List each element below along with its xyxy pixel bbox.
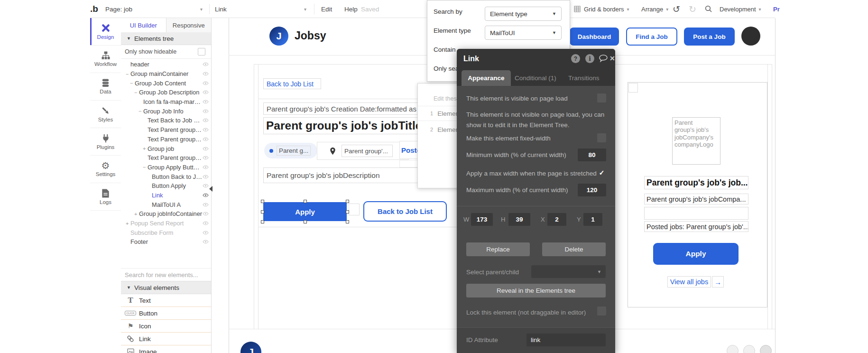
eye-icon[interactable] — [203, 109, 209, 113]
tree-row[interactable]: Button Apply — [121, 181, 211, 191]
back-to-job-list-button[interactable]: Back to Job List — [363, 201, 447, 222]
property-editor[interactable]: Link ? i ✕ Appearance Conditional (1) Tr… — [457, 49, 615, 353]
post-a-job-button[interactable]: Post a Job — [684, 28, 735, 46]
tab-appearance[interactable]: Appearance — [462, 70, 511, 86]
tree-row[interactable]: Footer — [121, 237, 211, 247]
w-input[interactable]: 173 — [471, 213, 493, 226]
card-empty-box[interactable] — [644, 207, 748, 220]
rail-item-styles[interactable]: Styles — [90, 101, 121, 128]
job-info-card[interactable]: Parent group's job's jobCompany's compan… — [628, 82, 767, 307]
tree-row[interactable]: + Popup Send Report — [121, 219, 211, 228]
edit-menu[interactable]: Edit — [321, 0, 332, 18]
palette-item-image[interactable]: Image — [121, 345, 211, 353]
expand-marker[interactable]: − — [126, 71, 130, 77]
eye-icon[interactable] — [203, 156, 209, 160]
expand-marker[interactable]: + — [143, 146, 148, 151]
brand-name[interactable]: Jobsy — [295, 29, 326, 42]
help-icon[interactable]: ? — [571, 54, 580, 63]
palette-item-link[interactable]: Link — [121, 333, 211, 345]
selection-handle[interactable] — [346, 200, 349, 203]
arrow-link[interactable]: → — [712, 276, 724, 288]
redo-icon[interactable] — [689, 0, 696, 18]
selection-handle[interactable] — [261, 200, 264, 203]
bubble-logo[interactable]: .b — [90, 0, 98, 18]
elements-tree-header[interactable]: ▼ Elements tree — [121, 32, 211, 45]
eye-icon[interactable] — [203, 90, 209, 94]
environment-dropdown[interactable]: Development — [720, 0, 761, 18]
palette-item-icon[interactable]: ⚑ Icon — [121, 320, 211, 333]
expand-marker[interactable]: − — [139, 108, 143, 114]
tree-row[interactable]: − Group mainContainer — [121, 69, 211, 79]
tree-row[interactable]: Button Back to Job... — [121, 172, 211, 181]
page-dropdown[interactable]: Page: job — [105, 0, 203, 18]
visible-on-load-checkbox[interactable] — [597, 93, 606, 102]
selection-handle[interactable] — [304, 200, 307, 203]
rail-item-settings[interactable]: ⚙ Settings — [90, 156, 121, 183]
tab-ui-builder[interactable]: UI Builder — [121, 18, 166, 32]
apply-link-element[interactable]: Apply — [263, 202, 347, 221]
comment-icon[interactable] — [599, 55, 608, 65]
tab-responsive[interactable]: Responsive — [166, 18, 212, 32]
tree-row[interactable]: Text Parent group's ... — [121, 135, 211, 144]
new-elements-search-input[interactable]: Search for new elements... — [121, 268, 211, 281]
eye-icon[interactable] — [203, 193, 209, 197]
selection-handle[interactable] — [346, 210, 349, 214]
tree-row[interactable]: Subscribe Form — [121, 228, 211, 237]
tree-row[interactable]: Icon fa fa-map-marker — [121, 97, 211, 107]
grid-borders-menu[interactable]: Grid & borders — [584, 0, 629, 18]
arrange-menu[interactable]: Arrange — [641, 0, 668, 18]
tree-row[interactable]: − Group Job Info — [121, 106, 211, 116]
search-by-select[interactable]: Element type ▼ — [485, 7, 562, 21]
company-chip[interactable]: Parent g... — [264, 143, 317, 158]
eye-icon[interactable] — [203, 62, 209, 66]
lock-element-checkbox[interactable] — [597, 307, 606, 316]
tree-row[interactable]: Text Back to Job List — [121, 116, 211, 125]
card-company-text[interactable]: Parent group's job's jobCompa... — [644, 194, 748, 204]
rail-item-plugins[interactable]: Plugins — [90, 128, 121, 156]
location-chip-text[interactable]: Parent group'... — [342, 145, 393, 157]
visual-elements-header[interactable]: ▼ Visual elements — [121, 281, 211, 294]
user-avatar[interactable] — [741, 27, 760, 46]
expand-marker[interactable]: − — [143, 164, 148, 170]
pager-circle[interactable] — [743, 345, 755, 353]
dashboard-button[interactable]: Dashboard — [570, 28, 619, 46]
expand-marker[interactable]: − — [134, 90, 139, 95]
back-to-job-list-text[interactable]: Back to Job List — [263, 78, 321, 89]
jobsy-logo[interactable]: J — [269, 27, 288, 46]
tree-row[interactable]: + Group jobInfoContainer — [121, 209, 211, 219]
y-input[interactable]: 1 — [583, 213, 602, 226]
eye-icon[interactable] — [203, 147, 209, 151]
selection-handle[interactable] — [261, 210, 264, 214]
tree-row[interactable]: − Group Apply Buttons — [121, 163, 211, 172]
eye-icon[interactable] — [203, 165, 209, 169]
id-attribute-input[interactable]: link — [526, 334, 606, 346]
tree-row[interactable]: MailToUI A — [121, 200, 211, 209]
tree-row[interactable]: Text Parent group's ... — [121, 153, 211, 163]
eye-icon[interactable] — [203, 137, 209, 141]
preview-button[interactable]: Pr — [773, 0, 780, 18]
location-chip[interactable]: Parent group'... — [317, 142, 409, 160]
hideable-filter-checkbox[interactable] — [198, 48, 205, 56]
eye-icon[interactable] — [203, 100, 209, 104]
search-icon[interactable] — [705, 0, 712, 18]
rail-item-data[interactable]: Data — [90, 73, 121, 101]
tab-conditional[interactable]: Conditional (1) — [515, 70, 556, 86]
delete-button[interactable]: Delete — [542, 242, 606, 256]
element-type-select[interactable]: MailToUI ▼ — [485, 26, 562, 40]
element-dropdown[interactable]: Link — [215, 0, 306, 18]
max-width-input[interactable]: 120 — [578, 184, 606, 196]
replace-button[interactable]: Replace — [466, 242, 530, 256]
selection-handle[interactable] — [304, 220, 307, 223]
footer-jobsy-logo[interactable]: J — [240, 342, 261, 353]
find-a-job-button[interactable]: Find a Job — [626, 28, 677, 46]
expand-marker[interactable]: − — [130, 80, 135, 86]
palette-item-button[interactable]: CLICK Button — [121, 307, 211, 320]
card-posted-jobs-text[interactable]: Posted jobs: Parent group's job'... — [644, 221, 748, 232]
expand-marker[interactable]: + — [126, 221, 130, 226]
eye-icon[interactable] — [203, 175, 209, 179]
expand-marker[interactable]: + — [134, 211, 139, 217]
close-icon[interactable]: ✕ — [609, 55, 615, 62]
tree-row[interactable]: − Group Job Description — [121, 88, 211, 97]
apply-link-selection[interactable]: Apply — [262, 201, 348, 222]
eye-icon[interactable] — [203, 212, 209, 216]
